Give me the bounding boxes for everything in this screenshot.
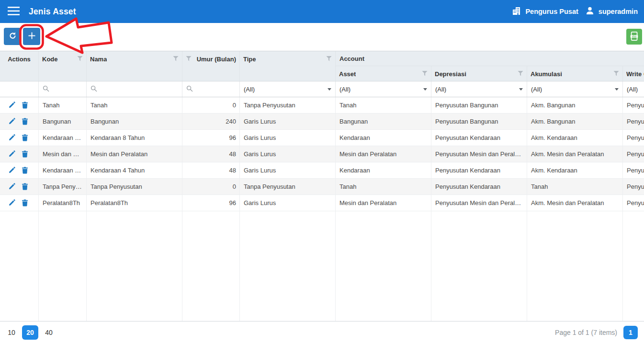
cell-tipe: Tanpa Penyusutan [240,97,336,113]
page-button-1[interactable]: 1 [623,326,638,339]
user-menu[interactable]: superadmin [586,6,638,17]
filter-search-umur[interactable] [182,81,240,97]
edit-pencil-icon[interactable] [8,102,15,109]
cell-asset: Tanah [336,179,431,195]
cell-nama: Bangunan [87,114,182,129]
filter-select-depresiasi[interactable]: (All) [431,81,527,97]
table-row[interactable]: Kendaraan 8th Kendaraan 8 Tahun 96 Garis… [0,130,644,146]
table-row[interactable]: Mesin dan Peralatan Mesin dan Peralatan … [0,146,644,162]
chevron-down-icon [519,88,523,91]
xlsx-export-icon: xlsx [629,31,639,43]
filter-funnel-icon[interactable] [516,70,523,78]
cell-akumulasi: Tanah [527,179,623,195]
filter-select-asset[interactable]: (All) [336,81,431,97]
row-actions [0,179,39,195]
column-header-tipe[interactable]: Tipe [240,51,336,81]
filter-select-writeoff[interactable]: (All) [623,81,644,97]
cell-depresiasi: Penyusutan Bangunan [431,114,527,129]
cell-asset: Mesin dan Peralatan [336,195,431,211]
delete-trash-icon[interactable] [22,118,28,125]
table-row[interactable]: Bangunan Bangunan 240 Garis Lurus Bangun… [0,114,644,130]
page-size-20-selected[interactable]: 20 [22,325,38,340]
table-row[interactable]: Peralatan8Th Peralatan8Th 96 Garis Lurus… [0,195,644,211]
cell-umur: 48 [182,162,240,178]
organization-switcher[interactable]: Pengurus Pusat [512,6,578,17]
edit-pencil-icon[interactable] [8,118,15,125]
filter-funnel-icon[interactable] [186,56,192,63]
filter-funnel-icon[interactable] [171,56,179,63]
grid-empty-area [0,211,644,321]
cell-kode: Kendaraan 8th [39,130,87,146]
cell-tipe: Garis Lurus [240,114,336,129]
column-header-kode[interactable]: Kode [39,51,87,81]
organization-label: Pengurus Pusat [525,8,578,15]
edit-pencil-icon[interactable] [8,134,15,141]
column-header-umur[interactable]: Umur (Bulan) [182,51,240,81]
filter-funnel-icon[interactable] [420,70,428,78]
table-row[interactable]: Tanpa Penyusutan Tanpa Penyusutan 0 Tanp… [0,179,644,195]
cell-writeoff: Penyusutan [623,162,644,178]
cell-umur: 96 [182,130,240,146]
cell-writeoff: Penyusutan [623,114,644,129]
cell-depresiasi: Penyusutan Mesin dan Peralatan [431,195,527,211]
edit-pencil-icon[interactable] [8,199,15,206]
username-label: superadmin [599,8,638,15]
delete-trash-icon[interactable] [22,199,28,206]
column-header-asset[interactable]: Asset [336,66,431,81]
filter-funnel-icon[interactable] [75,56,83,63]
column-header-nama[interactable]: Nama [87,51,182,81]
data-grid: Actions Kode Nama Umur (Bulan) Tipe [0,51,644,321]
search-icon [186,85,193,93]
svg-text:xlsx: xlsx [632,35,637,37]
cell-nama: Kendaraan 4 Tahun [87,162,182,178]
cell-nama: Tanah [87,97,182,113]
cell-akumulasi: Akm. Mesin dan Peralatan [527,146,623,162]
cell-kode: Tanah [39,97,87,113]
filter-search-nama[interactable] [87,81,182,97]
cell-nama: Mesin dan Peralatan [87,146,182,162]
row-actions [0,114,39,129]
app-header: Jenis Asset Pengurus Pusat [0,0,644,23]
refresh-button[interactable] [4,28,21,45]
row-actions [0,97,39,113]
edit-pencil-icon[interactable] [8,167,15,174]
filter-select-tipe[interactable]: (All) [240,81,336,97]
cell-tipe: Garis Lurus [240,162,336,178]
column-header-akumulasi[interactable]: Akumulasi [527,66,623,81]
filter-funnel-icon[interactable] [324,56,332,63]
plus-icon [27,31,36,42]
add-button[interactable] [23,28,40,45]
table-row[interactable]: Tanah Tanah 0 Tanpa Penyusutan Tanah Pen… [0,97,644,114]
filter-cell-actions [0,81,39,97]
table-row[interactable]: Kendaraan 4th Kendaraan 4 Tahun 48 Garis… [0,162,644,179]
filter-search-kode[interactable] [39,81,87,97]
delete-trash-icon[interactable] [22,134,28,141]
hamburger-icon [8,7,20,17]
edit-pencil-icon[interactable] [8,183,15,190]
page-size-10[interactable]: 10 [6,329,17,336]
filter-select-akumulasi[interactable]: (All) [527,81,623,97]
cell-tipe: Garis Lurus [240,130,336,146]
delete-trash-icon[interactable] [22,150,28,158]
menu-button[interactable] [8,7,20,17]
column-header-writeoff[interactable]: Write Off [623,66,644,81]
edit-pencil-icon[interactable] [8,150,15,158]
column-header-depresiasi[interactable]: Depresiasi [431,66,527,81]
page-size-40[interactable]: 40 [44,329,54,336]
column-band-account: Account Asset Depresiasi Akumulasi [336,51,644,81]
export-xlsx-button[interactable]: xlsx [626,29,642,45]
delete-trash-icon[interactable] [22,183,28,190]
search-icon [43,85,49,93]
cell-writeoff: Penyusutan [623,130,644,146]
delete-trash-icon[interactable] [22,167,28,174]
cell-nama: Peralatan8Th [87,195,182,211]
grid-header: Actions Kode Nama Umur (Bulan) Tipe [0,51,644,81]
row-actions [0,146,39,162]
row-actions [0,162,39,178]
cell-umur: 240 [182,114,240,129]
cell-writeoff: Penyusutan [623,195,644,211]
filter-funnel-icon[interactable] [611,70,619,78]
delete-trash-icon[interactable] [22,102,28,109]
search-icon [90,85,97,93]
appbar-right: Pengurus Pusat superadmin [512,6,644,17]
